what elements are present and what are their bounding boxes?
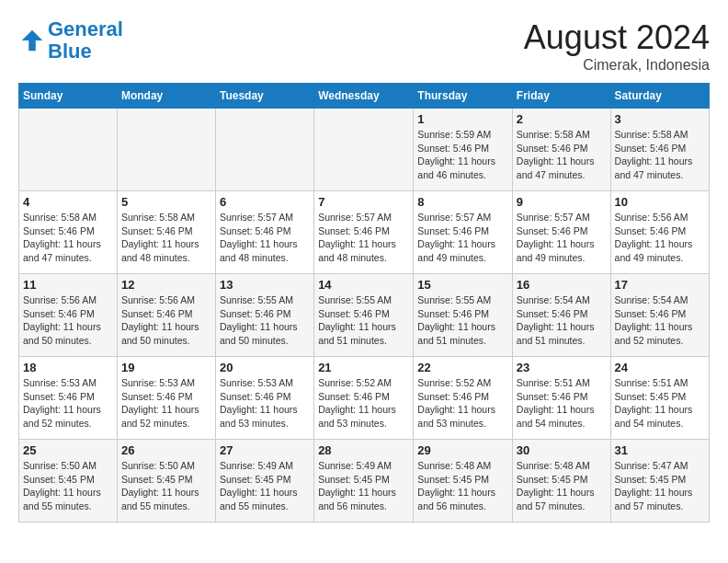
day-number: 22	[417, 361, 508, 374]
calendar-cell: 5Sunrise: 5:58 AM Sunset: 5:46 PM Daylig…	[117, 191, 215, 274]
title-block: August 2024 Cimerak, Indonesia	[524, 18, 710, 74]
calendar-cell: 31Sunrise: 5:47 AM Sunset: 5:45 PM Dayli…	[610, 440, 709, 523]
day-number: 10	[615, 195, 705, 209]
day-info: Sunrise: 5:55 AM Sunset: 5:46 PM Dayligh…	[318, 293, 409, 348]
calendar-cell: 17Sunrise: 5:54 AM Sunset: 5:46 PM Dayli…	[610, 274, 709, 357]
day-info: Sunrise: 5:51 AM Sunset: 5:45 PM Dayligh…	[615, 376, 705, 431]
day-number: 20	[220, 361, 310, 374]
day-info: Sunrise: 5:58 AM Sunset: 5:46 PM Dayligh…	[23, 211, 113, 265]
calendar-cell: 9Sunrise: 5:57 AM Sunset: 5:46 PM Daylig…	[512, 191, 610, 274]
day-number: 24	[615, 361, 705, 374]
calendar-cell: 4Sunrise: 5:58 AM Sunset: 5:46 PM Daylig…	[19, 191, 118, 274]
location: Cimerak, Indonesia	[524, 57, 710, 74]
day-info: Sunrise: 5:48 AM Sunset: 5:45 PM Dayligh…	[417, 459, 508, 513]
calendar-cell: 14Sunrise: 5:55 AM Sunset: 5:46 PM Dayli…	[314, 274, 414, 357]
calendar-header-row: SundayMondayTuesdayWednesdayThursdayFrid…	[19, 84, 710, 109]
day-info: Sunrise: 5:54 AM Sunset: 5:46 PM Dayligh…	[517, 293, 607, 348]
calendar-cell: 27Sunrise: 5:49 AM Sunset: 5:45 PM Dayli…	[215, 440, 313, 523]
calendar-cell	[215, 109, 313, 191]
day-number: 29	[417, 443, 508, 457]
day-number: 27	[220, 443, 310, 457]
svg-marker-0	[22, 30, 43, 52]
day-info: Sunrise: 5:54 AM Sunset: 5:46 PM Dayligh…	[615, 293, 705, 348]
week-row-4: 18Sunrise: 5:53 AM Sunset: 5:46 PM Dayli…	[19, 357, 710, 440]
day-info: Sunrise: 5:53 AM Sunset: 5:46 PM Dayligh…	[121, 376, 211, 431]
day-number: 14	[318, 278, 409, 292]
day-number: 25	[23, 443, 113, 457]
calendar-cell	[19, 109, 118, 191]
day-info: Sunrise: 5:58 AM Sunset: 5:46 PM Dayligh…	[615, 128, 705, 182]
header-tuesday: Tuesday	[215, 84, 313, 109]
day-info: Sunrise: 5:49 AM Sunset: 5:45 PM Dayligh…	[318, 459, 409, 513]
day-info: Sunrise: 5:55 AM Sunset: 5:46 PM Dayligh…	[220, 293, 310, 348]
day-info: Sunrise: 5:51 AM Sunset: 5:46 PM Dayligh…	[517, 376, 607, 431]
week-row-5: 25Sunrise: 5:50 AM Sunset: 5:45 PM Dayli…	[19, 440, 710, 523]
day-info: Sunrise: 5:58 AM Sunset: 5:46 PM Dayligh…	[517, 128, 607, 182]
calendar-cell: 23Sunrise: 5:51 AM Sunset: 5:46 PM Dayli…	[512, 357, 610, 440]
day-number: 31	[615, 443, 705, 457]
calendar-cell: 30Sunrise: 5:48 AM Sunset: 5:45 PM Dayli…	[512, 440, 610, 523]
calendar-cell	[117, 109, 215, 191]
logo: General Blue	[18, 18, 123, 63]
calendar-cell: 2Sunrise: 5:58 AM Sunset: 5:46 PM Daylig…	[512, 109, 610, 191]
calendar-cell: 3Sunrise: 5:58 AM Sunset: 5:46 PM Daylig…	[610, 109, 709, 191]
calendar-cell: 8Sunrise: 5:57 AM Sunset: 5:46 PM Daylig…	[414, 191, 513, 274]
week-row-1: 1Sunrise: 5:59 AM Sunset: 5:46 PM Daylig…	[19, 109, 710, 191]
day-info: Sunrise: 5:58 AM Sunset: 5:46 PM Dayligh…	[121, 211, 211, 265]
day-number: 4	[23, 195, 113, 209]
day-number: 16	[517, 278, 607, 292]
calendar-cell: 28Sunrise: 5:49 AM Sunset: 5:45 PM Dayli…	[314, 440, 414, 523]
day-number: 19	[121, 361, 211, 374]
day-info: Sunrise: 5:50 AM Sunset: 5:45 PM Dayligh…	[23, 459, 113, 513]
header-thursday: Thursday	[414, 84, 513, 109]
day-number: 2	[517, 112, 607, 126]
week-row-2: 4Sunrise: 5:58 AM Sunset: 5:46 PM Daylig…	[19, 191, 710, 274]
day-info: Sunrise: 5:50 AM Sunset: 5:45 PM Dayligh…	[121, 459, 211, 513]
day-number: 23	[517, 361, 607, 374]
calendar-cell: 16Sunrise: 5:54 AM Sunset: 5:46 PM Dayli…	[512, 274, 610, 357]
day-number: 8	[417, 195, 508, 209]
calendar-table: SundayMondayTuesdayWednesdayThursdayFrid…	[18, 83, 710, 523]
logo-text: General Blue	[48, 18, 123, 63]
calendar-cell: 18Sunrise: 5:53 AM Sunset: 5:46 PM Dayli…	[19, 357, 118, 440]
day-number: 3	[615, 112, 705, 126]
day-number: 9	[517, 195, 607, 209]
calendar-cell: 12Sunrise: 5:56 AM Sunset: 5:46 PM Dayli…	[117, 274, 215, 357]
day-number: 30	[517, 443, 607, 457]
calendar-cell: 26Sunrise: 5:50 AM Sunset: 5:45 PM Dayli…	[117, 440, 215, 523]
header-sunday: Sunday	[19, 84, 118, 109]
day-info: Sunrise: 5:53 AM Sunset: 5:46 PM Dayligh…	[220, 376, 310, 431]
day-number: 5	[121, 195, 211, 209]
month-year: August 2024	[524, 18, 710, 57]
day-number: 17	[615, 278, 705, 292]
day-info: Sunrise: 5:53 AM Sunset: 5:46 PM Dayligh…	[23, 376, 113, 431]
calendar-cell: 22Sunrise: 5:52 AM Sunset: 5:46 PM Dayli…	[414, 357, 513, 440]
header-friday: Friday	[512, 84, 610, 109]
day-info: Sunrise: 5:48 AM Sunset: 5:45 PM Dayligh…	[517, 459, 607, 513]
calendar-cell: 13Sunrise: 5:55 AM Sunset: 5:46 PM Dayli…	[215, 274, 313, 357]
day-number: 21	[318, 361, 409, 374]
day-info: Sunrise: 5:49 AM Sunset: 5:45 PM Dayligh…	[220, 459, 310, 513]
day-info: Sunrise: 5:56 AM Sunset: 5:46 PM Dayligh…	[121, 293, 211, 348]
header-wednesday: Wednesday	[314, 84, 414, 109]
logo-blue: Blue	[48, 40, 92, 63]
calendar-cell: 29Sunrise: 5:48 AM Sunset: 5:45 PM Dayli…	[414, 440, 513, 523]
day-info: Sunrise: 5:57 AM Sunset: 5:46 PM Dayligh…	[417, 211, 508, 265]
calendar-cell: 10Sunrise: 5:56 AM Sunset: 5:46 PM Dayli…	[610, 191, 709, 274]
logo-icon	[18, 27, 46, 54]
calendar-cell: 15Sunrise: 5:55 AM Sunset: 5:46 PM Dayli…	[414, 274, 513, 357]
day-number: 18	[23, 361, 113, 374]
day-number: 28	[318, 443, 409, 457]
day-info: Sunrise: 5:52 AM Sunset: 5:46 PM Dayligh…	[318, 376, 409, 431]
week-row-3: 11Sunrise: 5:56 AM Sunset: 5:46 PM Dayli…	[19, 274, 710, 357]
day-info: Sunrise: 5:56 AM Sunset: 5:46 PM Dayligh…	[23, 293, 113, 348]
header-saturday: Saturday	[610, 84, 709, 109]
day-number: 11	[23, 278, 113, 292]
calendar-cell	[314, 109, 414, 191]
calendar-cell: 25Sunrise: 5:50 AM Sunset: 5:45 PM Dayli…	[19, 440, 118, 523]
day-info: Sunrise: 5:52 AM Sunset: 5:46 PM Dayligh…	[417, 376, 508, 431]
day-info: Sunrise: 5:55 AM Sunset: 5:46 PM Dayligh…	[417, 293, 508, 348]
header-monday: Monday	[117, 84, 215, 109]
day-info: Sunrise: 5:59 AM Sunset: 5:46 PM Dayligh…	[417, 128, 508, 182]
calendar-cell: 24Sunrise: 5:51 AM Sunset: 5:45 PM Dayli…	[610, 357, 709, 440]
